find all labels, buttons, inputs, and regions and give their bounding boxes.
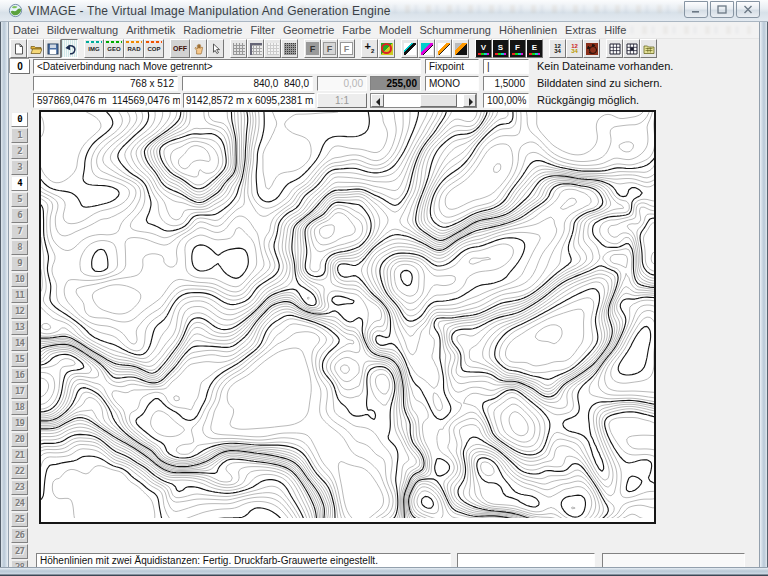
dither-grid-2-button[interactable] [247,39,264,58]
menu-item[interactable]: Arithmetik [122,22,179,38]
s-channel-button[interactable]: S [492,39,509,58]
menu-item[interactable]: Bildverwaltung [43,22,123,38]
minimize-button[interactable] [684,1,708,18]
image-slot-button[interactable]: 5 [11,192,28,207]
image-slot-button[interactable]: 27 [11,544,28,559]
diag-contrast-1-button[interactable] [401,39,418,58]
dither-grid-2-icon [250,43,262,55]
pan-hand-button[interactable] [190,39,207,58]
image-slot-button[interactable]: 7 [11,224,28,239]
menu-item[interactable]: Radiometrie [179,22,246,38]
image-slot-button[interactable]: 17 [11,384,28,399]
image-slot-button[interactable]: 1 [11,128,28,143]
grid-select-button[interactable] [623,39,640,58]
image-slot-button[interactable]: 23 [11,480,28,495]
image-slot-button[interactable]: 12 [11,304,28,319]
image-slot-button[interactable]: 4 [11,176,28,191]
image-slot-button[interactable]: 24 [11,496,28,511]
cursor-field[interactable]: | [483,59,529,74]
e-channel-button[interactable]: E [526,39,543,58]
fixpoint-tool-button[interactable]: +2 [361,39,378,58]
diag-contrast-2-button[interactable] [418,39,435,58]
close-button[interactable] [736,1,760,18]
contour-map-canvas[interactable] [41,112,654,518]
filter-dark-button[interactable]: F [304,39,321,58]
image-slot-button[interactable]: 16 [11,368,28,383]
scroll-left-arrow[interactable] [371,94,384,107]
image-size-field[interactable]: 768 x 512 [33,76,178,91]
image-slot-button[interactable]: 11 [11,288,28,303]
min-value-field[interactable]: 0,00 [317,76,367,91]
position-field[interactable]: 840,0 840,0 [182,76,313,91]
menu-item[interactable]: Geometrie [279,22,338,38]
maximize-button[interactable] [710,1,734,18]
menu-item[interactable]: Datei [9,22,43,38]
color-pick-button[interactable] [378,39,395,58]
dither-grid-3-button[interactable] [264,39,281,58]
save-button[interactable] [44,39,61,58]
image-slot-button[interactable]: 22 [11,464,28,479]
image-slot-button[interactable]: 15 [11,352,28,367]
horizontal-scrollbar[interactable] [370,93,477,108]
image-slot-button[interactable]: 21 [11,448,28,463]
image-slot-button[interactable]: 14 [11,336,28,351]
undo-button[interactable] [61,39,78,58]
zoom-percent-field[interactable]: 100,00% [483,93,529,108]
menu-item[interactable]: Filter [246,22,278,38]
extent-field[interactable]: 9142,8572 m x 6095,2381 m [183,93,315,108]
image-slot-button[interactable]: 28 [11,560,28,567]
settings-gear-button[interactable] [583,39,600,58]
image-slot-button[interactable]: 25 [11,512,28,527]
image-slot-button[interactable]: 2 [11,144,28,159]
filter-light-button[interactable]: F [338,39,355,58]
active-slot-button[interactable]: 0 [10,59,30,74]
coords-field[interactable]: 597869,0476 m 114569,0476 m [33,93,181,108]
window-border-bottom [0,567,768,576]
menu-item[interactable]: Farbe [338,22,375,38]
v-channel-button[interactable]: V [475,39,492,58]
image-slot-button[interactable]: 19 [11,416,28,431]
image-slot-button[interactable]: 6 [11,208,28,223]
filter-mid-button[interactable]: F [321,39,338,58]
open-file-button[interactable] [27,39,44,58]
image-slot-button[interactable]: 26 [11,528,28,543]
menu-item[interactable]: Modell [375,22,415,38]
mode-field[interactable]: MONO [425,76,479,91]
image-slot-button[interactable]: 0 [11,112,28,127]
fixpoint-field[interactable]: Fixpoint [425,59,479,74]
diag-contrast-4-button[interactable] [452,39,469,58]
factor-field[interactable]: 1,5000 [483,76,529,91]
diag-contrast-3-button[interactable] [435,39,452,58]
cop-mode-button[interactable]: COP [144,39,164,58]
menu-item[interactable]: Höhenlinien [495,22,561,38]
image-slot-button[interactable]: 20 [11,432,28,447]
rad-mode-button[interactable]: RAD [124,39,144,58]
image-slot-button[interactable]: 13 [11,320,28,335]
grid-view-button[interactable] [606,39,623,58]
image-slot-button[interactable]: 3 [11,160,28,175]
window-border-left [0,22,9,567]
image-slot-button[interactable]: 8 [11,240,28,255]
geo-mode-button[interactable]: GEO [104,39,124,58]
image-slot-button[interactable]: 18 [11,400,28,415]
scroll-right-arrow[interactable] [463,94,476,107]
select-cursor-button[interactable] [207,39,224,58]
zoom-1to1-button[interactable]: 1:1 [317,93,367,108]
menu-item[interactable]: Schummerung [415,22,495,38]
image-slot-button[interactable]: 9 [11,256,28,271]
off-button[interactable]: OFF [170,39,190,58]
f-channel-button[interactable]: F [509,39,526,58]
connection-field[interactable]: <Dateiverbindung nach Move getrennt> [33,59,421,74]
dither-grid-4-button[interactable] [281,39,298,58]
max-value-field[interactable]: 255,00 [370,76,421,91]
scroll-thumb[interactable] [420,94,457,107]
new-file-button[interactable] [10,39,27,58]
numbers-button[interactable]: 1234 [549,39,566,58]
dither-grid-1-button[interactable] [230,39,247,58]
img-mode-button[interactable]: IMG [84,39,104,58]
numbers-colored-button[interactable]: 1234 [566,39,583,58]
scroll-track[interactable] [384,94,463,107]
image-slot-button[interactable]: 10 [11,272,28,287]
open-grid-button[interactable] [640,39,657,58]
menu-item[interactable]: Extras [561,22,600,38]
